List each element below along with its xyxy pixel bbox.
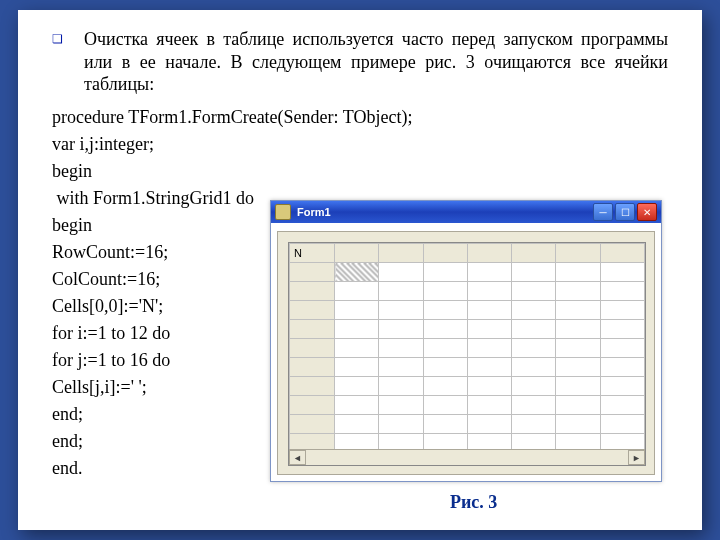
code-line: begin — [52, 158, 668, 185]
horizontal-scrollbar[interactable]: ◄ ► — [289, 449, 645, 465]
maximize-button[interactable]: ☐ — [615, 203, 635, 221]
scroll-left-button[interactable]: ◄ — [289, 450, 306, 465]
code-line: procedure TForm1.FormCreate(Sender: TObj… — [52, 104, 668, 131]
close-button[interactable]: ✕ — [637, 203, 657, 221]
app-icon — [275, 204, 291, 220]
titlebar[interactable]: Form1 ─ ☐ ✕ — [271, 201, 661, 223]
intro-paragraph: Очистка ячеек в таблице используется час… — [84, 28, 668, 96]
window-title: Form1 — [297, 206, 593, 218]
string-grid[interactable]: N ◄ ► — [288, 242, 646, 466]
grid-header-cell[interactable]: N — [290, 244, 335, 263]
minimize-button[interactable]: ─ — [593, 203, 613, 221]
form-window: Form1 ─ ☐ ✕ N ◄ ► — [270, 200, 662, 482]
bullet-icon: ❏ — [52, 28, 62, 104]
window-client: N ◄ ► — [277, 231, 655, 475]
scroll-right-button[interactable]: ► — [628, 450, 645, 465]
code-line: var i,j:integer; — [52, 131, 668, 158]
selected-cell[interactable] — [335, 263, 379, 282]
figure-caption: Рис. 3 — [450, 492, 497, 513]
